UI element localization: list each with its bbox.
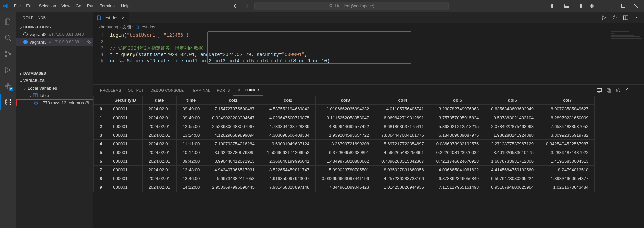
table-row[interactable]: 60000012024.02.0109:42:008.9964484120719…	[94, 157, 595, 166]
table-cell: 4.303098506408334	[261, 131, 316, 140]
menu-help[interactable]: Help	[118, 0, 132, 12]
panel-tab-problems[interactable]: PROBLEMS	[97, 85, 125, 96]
breadcrumb-part[interactable]: zhe.huang	[99, 25, 118, 29]
split-editor-icon[interactable]	[610, 13, 619, 22]
code-line[interactable]: 1login("testUser1", "123456")	[93, 32, 644, 39]
close-panel-icon[interactable]	[633, 87, 641, 94]
breadcrumb-part[interactable]: 文档	[122, 24, 131, 30]
table-row[interactable]: 20000012024.02.0112:55:002.5236806483007…	[94, 122, 595, 131]
breadcrumb[interactable]: zhe.huang › 文档 › test.dos	[93, 23, 644, 31]
section-databases[interactable]: › DATABASES	[16, 70, 93, 77]
tree-variable-t[interactable]: t 770 rows 13 columns (6...	[16, 99, 93, 106]
table-header[interactable]: col2	[261, 96, 316, 105]
copy-icon[interactable]	[605, 87, 612, 94]
breadcrumb-part[interactable]: test.dos	[141, 25, 155, 29]
table-cell: 4.4145684759132560	[485, 166, 540, 174]
table-header[interactable]: col6	[485, 96, 540, 105]
split-right-icon[interactable]	[621, 13, 630, 22]
layout-toggle-primary-icon[interactable]	[548, 0, 559, 12]
monitor-icon[interactable]	[596, 87, 603, 94]
code-line[interactable]: 3// 访问2024年2月指定证券、指定列的数据	[93, 45, 644, 51]
svg-point-20	[9, 53, 11, 55]
table-row[interactable]: 90000012024.02.0114:12:002.9503697995096…	[94, 183, 595, 192]
menu-run[interactable]: Run	[84, 0, 97, 12]
table-header[interactable]: col5	[430, 96, 485, 105]
dolphindb-activity-icon[interactable]	[0, 94, 16, 110]
menu-edit[interactable]: Edit	[23, 0, 36, 12]
layout-toggle-secondary-icon[interactable]	[574, 0, 585, 12]
refresh-icon[interactable]	[614, 87, 622, 94]
window-close-button[interactable]	[630, 0, 641, 12]
table-cell: 000001	[108, 140, 142, 148]
table-row[interactable]: 00000012024.02.0109:49:007.1547273756004…	[94, 105, 595, 113]
panel-tab-output[interactable]: OUTPUT	[125, 85, 147, 96]
data-table-wrap[interactable]: SecurityIDdatetimecol1col2col3col4col5co…	[93, 96, 644, 228]
panel-tab-dolphindb[interactable]: DOLPHINDB	[233, 85, 263, 96]
table-cell: 14:12:00	[176, 183, 206, 192]
table-row[interactable]: 30000012024.02.0113:24:004.1262906898990…	[94, 131, 595, 140]
section-variables[interactable]: ⌄ VARIABLES	[16, 77, 93, 84]
table-cell: 9.69031049637124	[261, 140, 316, 148]
tree-table-node[interactable]: ⌄ table	[16, 92, 93, 99]
window-maximize-button[interactable]	[617, 0, 629, 12]
menu-file[interactable]: File	[11, 0, 23, 12]
run-debug-icon[interactable]	[0, 62, 16, 78]
table-header[interactable]: col7	[540, 96, 595, 105]
code-editor[interactable]: 1login("testUser1", "123456")23// 访问2024…	[93, 31, 644, 84]
table-cell: 5	[94, 148, 108, 157]
table-cell: 7.154727375600487	[206, 105, 261, 113]
table-header[interactable]: col3	[316, 96, 375, 105]
table-row[interactable]: 40000012024.02.0111:11:007.1007937542162…	[94, 140, 595, 148]
table-cell: 6.878862346056849	[430, 174, 485, 183]
close-tab-button[interactable]: ×	[121, 15, 126, 20]
tab-test-dos[interactable]: test.dos ×	[93, 12, 130, 23]
window-minimize-button[interactable]	[604, 0, 616, 12]
code-line[interactable]: 5cols=`SecurityID`date`time`col1`col2`co…	[93, 58, 644, 64]
minimap[interactable]	[610, 31, 644, 61]
panel-tab-debug-console[interactable]: DEBUG CONSOLE	[147, 85, 187, 96]
menu-go[interactable]: Go	[73, 0, 84, 12]
more-actions-icon[interactable]: ⋯	[84, 15, 88, 20]
table-header[interactable]: time	[176, 96, 206, 105]
maximize-panel-icon[interactable]	[624, 87, 631, 94]
extensions-icon[interactable]: 2	[0, 78, 16, 94]
section-connections[interactable]: ⌄ CONNECTIONS	[16, 23, 93, 31]
customize-layout-icon[interactable]	[586, 0, 598, 12]
connection-vagrant2[interactable]: vagrant2 ws://10.0.0.81:8848	[16, 31, 93, 38]
panel-tab-ports[interactable]: PORTS	[213, 85, 233, 96]
table-row[interactable]: 70000012024.02.0113:48:004.9434073665179…	[94, 166, 595, 174]
menu-selection[interactable]: Selection	[36, 0, 59, 12]
table-cell: 2024.02.01	[142, 166, 176, 174]
chevron-right-icon: ›	[18, 71, 23, 76]
table-header[interactable]: col1	[206, 96, 261, 105]
table-header[interactable]: SecurityID	[108, 96, 142, 105]
table-cell: 8.90723585849627	[540, 105, 595, 113]
more-editor-actions-icon[interactable]: ⋯	[632, 13, 641, 22]
table-header[interactable]	[94, 96, 108, 105]
line-content: login("testUser1", "123456")	[110, 33, 189, 38]
command-center-search[interactable]: Untitled (Workspace)	[254, 2, 449, 10]
menu-terminal[interactable]: Terminal	[97, 0, 118, 12]
nav-forward-button[interactable]	[243, 2, 251, 10]
connection-status-icon	[23, 40, 28, 44]
run-button[interactable]	[600, 13, 608, 22]
layout-toggle-panel-icon[interactable]	[561, 0, 572, 12]
table-header[interactable]: date	[142, 96, 176, 105]
nav-back-button[interactable]	[231, 2, 239, 10]
menu-view[interactable]: View	[59, 0, 73, 12]
search-placeholder: Untitled (Workspace)	[335, 4, 374, 8]
table-row[interactable]: 50000012024.02.0110:14:003.5622337809763…	[94, 148, 595, 157]
tree-local-variables[interactable]: ⌄ Local Variables	[16, 84, 93, 92]
table-cell: 2.9503697995096445	[206, 183, 261, 192]
table-cell: 4.126290689899094	[206, 131, 261, 140]
table-row[interactable]: 80000012024.02.0113:46:005.6673438241705…	[94, 174, 595, 183]
code-line[interactable]: 4t = query(startDate=2024.02.01, endDate…	[93, 51, 644, 58]
table-header[interactable]: col4	[375, 96, 430, 105]
explorer-icon[interactable]	[0, 14, 16, 30]
source-control-icon[interactable]	[0, 46, 16, 62]
connection-vagrant3[interactable]: vagrant3 ws://10.0.0.82:8848 ...	[16, 38, 93, 46]
panel-tab-terminal[interactable]: TERMINAL	[187, 85, 213, 96]
search-icon[interactable]	[0, 30, 16, 46]
code-line[interactable]: 2	[93, 39, 644, 45]
table-row[interactable]: 10000012024.02.0109:49:000.9249023208394…	[94, 113, 595, 122]
